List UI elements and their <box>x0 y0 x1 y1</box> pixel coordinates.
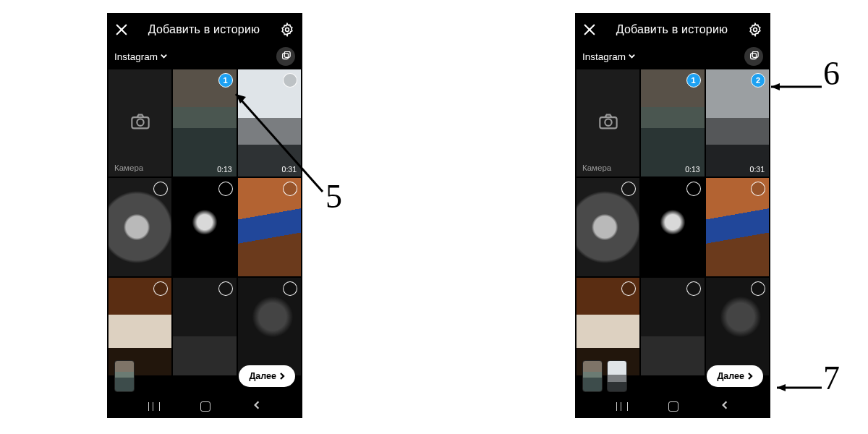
svg-rect-11 <box>752 51 758 57</box>
selection-badge[interactable] <box>283 281 297 296</box>
camera-icon <box>130 113 150 133</box>
media-cell[interactable] <box>576 178 639 276</box>
close-icon[interactable] <box>114 22 129 37</box>
close-icon[interactable] <box>582 22 597 37</box>
android-navbar <box>107 395 302 418</box>
multi-select-icon[interactable] <box>744 47 763 66</box>
svg-rect-3 <box>283 54 289 59</box>
page-title: Добавить в историю <box>604 23 740 36</box>
media-cell[interactable]: 20:31 <box>706 69 769 176</box>
media-cell[interactable]: 10:13 <box>173 69 236 176</box>
selection-badge[interactable] <box>283 73 297 88</box>
svg-point-13 <box>605 119 611 126</box>
top-bar: Добавить в историю <box>107 13 302 46</box>
svg-rect-4 <box>284 51 290 57</box>
selection-badge[interactable] <box>153 281 168 296</box>
camera-cell[interactable]: Камера <box>109 69 171 176</box>
selection-badge[interactable]: 1 <box>218 73 233 88</box>
selected-thumbs <box>582 360 627 392</box>
page-title: Добавить в историю <box>136 23 272 36</box>
camera-label: Камера <box>582 163 611 172</box>
top-bar: Добавить в историю <box>575 13 770 46</box>
svg-line-14 <box>236 94 323 192</box>
duration-label: 0:13 <box>685 165 699 174</box>
album-row: Instagram <box>107 46 302 69</box>
camera-icon <box>598 113 618 133</box>
album-selector[interactable]: Instagram <box>582 51 636 62</box>
media-grid-right: Камера10:1320:31 <box>575 69 770 375</box>
nav-recent-icon[interactable] <box>616 402 628 411</box>
album-name: Instagram <box>114 51 158 62</box>
svg-marker-15 <box>236 94 246 103</box>
media-cell[interactable] <box>641 178 704 276</box>
selection-badge[interactable] <box>621 182 636 196</box>
svg-point-9 <box>754 28 757 32</box>
phone-screen-left: Добавить в историю Instagram Камера10:13… <box>107 13 302 418</box>
selection-badge[interactable]: 1 <box>686 73 701 88</box>
nav-home-icon[interactable] <box>200 401 210 412</box>
nav-recent-icon[interactable] <box>148 402 160 411</box>
selection-badge[interactable] <box>218 281 233 296</box>
chevron-down-icon <box>160 51 168 62</box>
selected-thumbs <box>114 360 135 392</box>
arrow-6 <box>765 80 823 97</box>
camera-label: Камера <box>114 163 143 172</box>
selection-badge[interactable] <box>686 182 701 196</box>
bottom-bar: Далее <box>575 359 770 393</box>
selection-badge[interactable] <box>621 281 636 296</box>
album-row: Instagram <box>575 46 770 69</box>
next-button[interactable]: Далее <box>707 365 763 387</box>
selected-thumb[interactable] <box>582 360 603 392</box>
svg-marker-19 <box>777 384 786 391</box>
nav-back-icon[interactable] <box>252 400 262 413</box>
chevron-down-icon <box>628 51 636 62</box>
arrow-5 <box>229 87 330 205</box>
gear-icon[interactable] <box>747 22 763 38</box>
selection-badge[interactable] <box>686 281 701 296</box>
selection-badge[interactable]: 2 <box>751 73 765 88</box>
svg-point-6 <box>137 119 143 126</box>
arrow-7 <box>771 380 823 398</box>
selected-thumb[interactable] <box>114 360 135 392</box>
next-button[interactable]: Далее <box>239 365 295 387</box>
selected-thumb[interactable] <box>607 360 627 392</box>
nav-home-icon[interactable] <box>668 401 678 412</box>
selection-badge[interactable] <box>751 182 765 196</box>
album-selector[interactable]: Instagram <box>114 51 168 62</box>
media-cell[interactable] <box>173 178 236 276</box>
svg-marker-17 <box>771 83 780 90</box>
album-name: Instagram <box>582 51 626 62</box>
multi-select-icon[interactable] <box>276 47 295 66</box>
android-navbar <box>575 395 770 418</box>
media-cell[interactable]: 10:13 <box>641 69 704 176</box>
nav-back-icon[interactable] <box>720 400 730 413</box>
svg-point-2 <box>286 28 289 32</box>
gear-icon[interactable] <box>279 22 295 38</box>
next-label: Далее <box>717 371 744 381</box>
annotation-6: 6 <box>823 54 840 93</box>
annotation-7: 7 <box>823 359 840 397</box>
media-cell[interactable] <box>109 178 171 276</box>
camera-cell[interactable]: Камера <box>576 69 639 176</box>
selection-badge[interactable] <box>751 281 765 296</box>
duration-label: 0:31 <box>750 165 765 174</box>
phone-screen-right: Добавить в историю Instagram Камера10:13… <box>575 13 770 418</box>
next-label: Далее <box>249 371 276 381</box>
selection-badge[interactable] <box>153 182 168 196</box>
svg-rect-10 <box>751 54 757 59</box>
bottom-bar: Далее <box>107 359 302 393</box>
media-cell[interactable] <box>706 178 769 276</box>
